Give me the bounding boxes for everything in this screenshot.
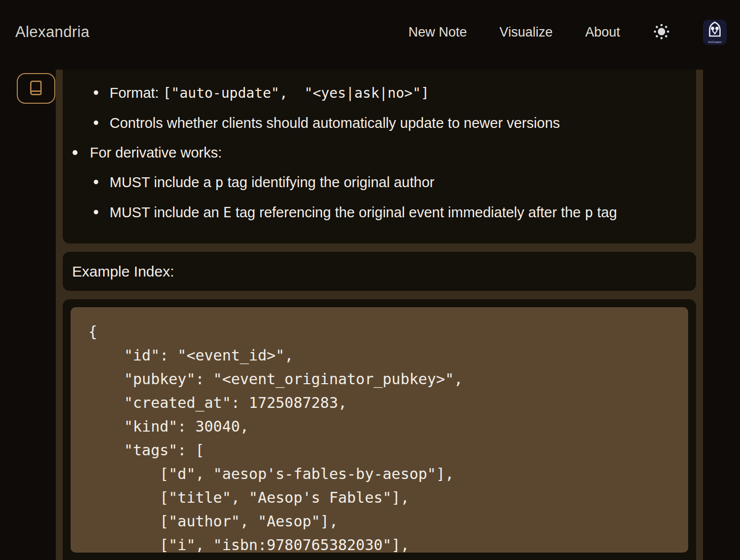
bullet-icon bbox=[94, 120, 98, 125]
nav-link-visualize[interactable]: Visualize bbox=[500, 25, 553, 40]
bullet-icon bbox=[94, 210, 98, 214]
example-code-panel: { "id": "<event_id>", "pubkey": "<event_… bbox=[63, 299, 696, 560]
code-line: "id": "<event_id>", bbox=[88, 344, 678, 367]
json-code-block: { "id": "<event_id>", "pubkey": "<event_… bbox=[71, 307, 688, 553]
code-line: ["i", "isbn:9780765382030"], bbox=[88, 533, 678, 553]
list-item-text: Controls whether clients should automati… bbox=[110, 115, 560, 131]
list-item: Controls whether clients should automati… bbox=[63, 115, 684, 131]
code-line: "pubkey": "<event_originator_pubkey>", bbox=[88, 367, 678, 391]
rule-list: Format: ["auto-update", "<yes|ask|no>"]C… bbox=[63, 84, 684, 221]
list-item: Format: ["auto-update", "<yes|ask|no>"] bbox=[63, 84, 684, 102]
list-item: For derivative works: bbox=[63, 144, 684, 161]
example-index-label: Example Index: bbox=[72, 263, 174, 280]
gitcitadel-logo-caption: GitCitadel bbox=[708, 40, 721, 43]
top-navbar: Alexandria New Note Visualize About bbox=[0, 0, 740, 64]
inline-code: p bbox=[585, 204, 593, 221]
sun-icon bbox=[653, 23, 670, 42]
document-scroll-area[interactable]: Format: ["auto-update", "<yes|ask|no>"]C… bbox=[56, 70, 703, 560]
list-item-text: MUST include an bbox=[110, 204, 223, 220]
gitcitadel-logo[interactable]: GitCitadel bbox=[703, 20, 727, 45]
list-item-text: tag referencing the original event immed… bbox=[232, 204, 585, 220]
code-line: "created_at": 1725087283, bbox=[88, 391, 678, 415]
list-item: MUST include a p tag identifying the ori… bbox=[63, 174, 684, 191]
list-item-text: For derivative works: bbox=[90, 145, 222, 160]
list-item-text: tag identifying the original author bbox=[224, 174, 434, 190]
inline-code: E bbox=[223, 204, 232, 221]
bullet-icon bbox=[94, 180, 98, 184]
book-icon bbox=[28, 80, 44, 98]
code-line: "kind": 30040, bbox=[88, 415, 678, 439]
code-line: ["author", "Aesop"], bbox=[88, 510, 678, 533]
inline-code: p bbox=[215, 174, 224, 191]
library-book-button[interactable] bbox=[17, 73, 55, 104]
code-line: { bbox=[88, 320, 678, 344]
code-line: ["title", "Aesop's Fables"], bbox=[88, 486, 678, 510]
bullet-icon bbox=[73, 150, 78, 155]
list-item-text: MUST include a bbox=[110, 174, 215, 190]
nav-link-about[interactable]: About bbox=[585, 25, 620, 40]
inline-code: ["auto-update", "<yes|ask|no>"] bbox=[163, 85, 429, 101]
bullet-icon bbox=[94, 90, 98, 95]
example-index-panel: Example Index: bbox=[63, 252, 696, 291]
theme-toggle-button[interactable] bbox=[653, 23, 670, 41]
spec-rules-panel: Format: ["auto-update", "<yes|ask|no>"]C… bbox=[63, 70, 696, 243]
code-line: "tags": [ bbox=[88, 439, 678, 462]
code-lines: { "id": "<event_id>", "pubkey": "<event_… bbox=[88, 320, 678, 553]
code-line: ["d", "aesop's-fables-by-aesop"], bbox=[88, 462, 678, 486]
list-item-text: Format: bbox=[110, 85, 163, 101]
nav-link-new-note[interactable]: New Note bbox=[408, 25, 467, 40]
list-item-text: tag bbox=[593, 204, 617, 220]
gitcitadel-shield-icon bbox=[703, 21, 727, 41]
list-item: MUST include an E tag referencing the or… bbox=[63, 204, 684, 221]
app-brand[interactable]: Alexandria bbox=[15, 23, 89, 41]
nav-links: New Note Visualize About bbox=[408, 20, 727, 45]
